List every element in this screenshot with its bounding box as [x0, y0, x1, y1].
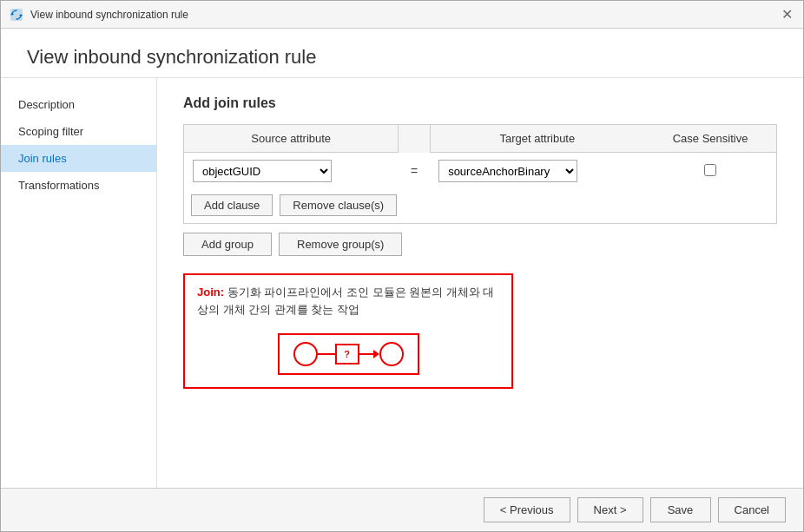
page-title: View inbound synchronization rule: [1, 29, 803, 78]
col-header-case: Case Sensitive: [644, 125, 776, 153]
main-content: Add join rules Source attribute Target a…: [157, 78, 803, 488]
sidebar: Description Scoping filter Join rules Tr…: [1, 78, 157, 488]
info-text: Join: 동기화 파이프라인에서 조인 모듈은 원본의 개체와 대상의 개체 …: [197, 284, 499, 318]
eq-sign-cell: =: [399, 153, 430, 190]
sidebar-item-transformations[interactable]: Transformations: [1, 172, 156, 199]
diagram-arrow-line: [359, 353, 373, 355]
title-bar-text: View inbound synchronization rule: [30, 9, 188, 21]
source-attr-select[interactable]: objectGUID: [193, 160, 332, 182]
title-bar-left: View inbound synchronization rule: [10, 8, 188, 22]
join-rules-table: Source attribute Target attribute Case S…: [184, 125, 776, 189]
cancel-button[interactable]: Cancel: [718, 497, 786, 522]
diagram-question-box: ?: [335, 344, 359, 365]
close-button[interactable]: ✕: [780, 8, 794, 22]
diagram-arrowhead: [373, 350, 379, 358]
sync-icon: [10, 8, 23, 22]
join-label: Join:: [197, 286, 224, 299]
add-group-button[interactable]: Add group: [183, 233, 272, 256]
window: View inbound synchronization rule ✕ View…: [0, 0, 804, 532]
clause-buttons: Add clause Remove clause(s): [184, 194, 776, 223]
sidebar-item-description[interactable]: Description: [1, 91, 156, 118]
col-header-source: Source attribute: [184, 125, 399, 153]
case-sensitive-cell: [644, 153, 776, 190]
target-attr-cell: sourceAnchorBinary: [430, 153, 644, 190]
section-title: Add join rules: [183, 95, 777, 111]
target-attr-select[interactable]: sourceAnchorBinary: [438, 160, 577, 182]
diagram-right-circle: [379, 342, 404, 366]
col-header-target: Target attribute: [430, 125, 644, 153]
table-row: objectGUID = sourceAnchorBinary: [184, 153, 776, 190]
diagram-arrow: [359, 350, 379, 358]
info-box: Join: 동기화 파이프라인에서 조인 모듈은 원본의 개체와 대상의 개체 …: [183, 273, 513, 389]
next-button[interactable]: Next >: [577, 497, 643, 522]
source-attr-cell: objectGUID: [184, 153, 399, 190]
join-diagram: ?: [197, 326, 499, 378]
diagram-left-circle: [293, 342, 318, 366]
sidebar-item-join-rules[interactable]: Join rules: [1, 145, 156, 172]
diagram-line-1: [318, 353, 335, 355]
previous-button[interactable]: < Previous: [484, 497, 570, 522]
add-clause-button[interactable]: Add clause: [191, 194, 273, 216]
main-body: Description Scoping filter Join rules Tr…: [1, 78, 803, 488]
remove-group-button[interactable]: Remove group(s): [279, 233, 402, 256]
title-bar: View inbound synchronization rule ✕: [1, 1, 803, 29]
join-rules-table-wrapper: Source attribute Target attribute Case S…: [183, 124, 777, 224]
join-description: 동기화 파이프라인에서 조인 모듈은 원본의 개체와 대상의 개체 간의 관계를…: [197, 286, 494, 316]
sidebar-item-scoping-filter[interactable]: Scoping filter: [1, 118, 156, 145]
col-header-eq: [399, 125, 430, 153]
footer: < Previous Next > Save Cancel: [1, 488, 803, 531]
save-button[interactable]: Save: [650, 497, 711, 522]
group-buttons: Add group Remove group(s): [183, 233, 777, 256]
diagram-inner: ?: [278, 333, 419, 375]
eq-sign: =: [407, 164, 421, 178]
remove-clause-button[interactable]: Remove clause(s): [280, 194, 397, 216]
content-area: View inbound synchronization rule Descri…: [1, 29, 803, 531]
case-sensitive-checkbox[interactable]: [704, 164, 716, 176]
